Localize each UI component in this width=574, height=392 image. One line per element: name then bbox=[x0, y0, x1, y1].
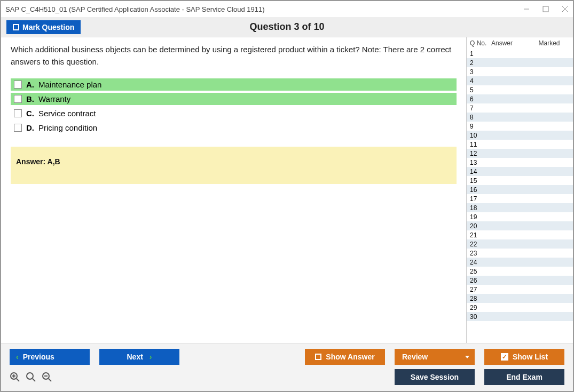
end-exam-button[interactable]: End Exam bbox=[484, 369, 564, 385]
row-number: 30 bbox=[470, 313, 491, 321]
zoom-in-icon[interactable] bbox=[10, 372, 20, 382]
list-item[interactable]: 21 bbox=[467, 230, 573, 239]
sidebar-rows[interactable]: 1234567891011121314151617181920212223242… bbox=[467, 49, 573, 343]
choice-row[interactable]: A.Maintenance plan bbox=[11, 78, 457, 91]
checkbox-icon[interactable] bbox=[14, 124, 22, 132]
list-item[interactable]: 12 bbox=[467, 149, 573, 158]
list-item[interactable]: 27 bbox=[467, 285, 573, 294]
list-item[interactable]: 13 bbox=[467, 158, 573, 167]
checkbox-icon[interactable] bbox=[14, 95, 22, 103]
checkbox-icon bbox=[315, 354, 321, 360]
close-icon[interactable] bbox=[561, 5, 569, 13]
checkbox-icon[interactable] bbox=[14, 109, 22, 117]
maximize-icon[interactable] bbox=[542, 5, 549, 13]
row-number: 5 bbox=[470, 86, 491, 94]
chevron-left-icon: ‹ bbox=[16, 353, 19, 361]
row-number: 28 bbox=[470, 295, 491, 302]
col-answer: Answer bbox=[491, 39, 529, 47]
row-number: 27 bbox=[470, 286, 491, 293]
next-label: Next bbox=[127, 353, 143, 361]
svg-rect-1 bbox=[543, 6, 548, 12]
list-item[interactable]: 10 bbox=[467, 131, 573, 140]
choice-text: Pricing condition bbox=[38, 123, 97, 132]
svg-line-11 bbox=[49, 379, 51, 381]
mark-question-button[interactable]: Mark Question bbox=[6, 20, 81, 34]
choice-row[interactable]: D.Pricing condition bbox=[11, 122, 457, 134]
list-item[interactable]: 23 bbox=[467, 249, 573, 258]
list-item[interactable]: 5 bbox=[467, 85, 573, 94]
zoom-out-icon[interactable] bbox=[42, 372, 52, 382]
list-item[interactable]: 9 bbox=[467, 122, 573, 131]
answer-label: Answer: A,B bbox=[16, 157, 60, 166]
row-number: 1 bbox=[470, 50, 491, 58]
choice-letter: A. bbox=[26, 80, 34, 89]
list-item[interactable]: 28 bbox=[467, 294, 573, 303]
list-item[interactable]: 30 bbox=[467, 312, 573, 321]
row-number: 21 bbox=[470, 231, 491, 239]
question-list-sidebar: Q No. Answer Marked 12345678910111213141… bbox=[466, 37, 573, 343]
previous-button[interactable]: ‹ Previous bbox=[10, 349, 90, 365]
list-item[interactable]: 7 bbox=[467, 103, 573, 113]
list-item[interactable]: 25 bbox=[467, 267, 573, 276]
row-number: 9 bbox=[470, 123, 491, 130]
save-session-label: Save Session bbox=[411, 373, 459, 381]
svg-line-9 bbox=[33, 379, 35, 381]
choice-text: Maintenance plan bbox=[38, 80, 101, 89]
row-number: 22 bbox=[470, 241, 491, 248]
show-list-button[interactable]: ✓ Show List bbox=[484, 349, 564, 365]
question-counter: Question 3 of 10 bbox=[249, 21, 324, 33]
list-item[interactable]: 6 bbox=[467, 94, 573, 103]
list-item[interactable]: 8 bbox=[467, 113, 573, 122]
row-number: 14 bbox=[470, 168, 491, 175]
col-marked: Marked bbox=[529, 39, 570, 47]
minimize-icon[interactable] bbox=[523, 5, 530, 13]
list-item[interactable]: 20 bbox=[467, 221, 573, 230]
list-item[interactable]: 11 bbox=[467, 140, 573, 149]
row-number: 25 bbox=[470, 268, 491, 275]
row-number: 24 bbox=[470, 259, 491, 266]
row-number: 18 bbox=[470, 204, 491, 212]
list-item[interactable]: 15 bbox=[467, 176, 573, 185]
chevron-right-icon: › bbox=[150, 353, 152, 361]
end-exam-label: End Exam bbox=[506, 373, 542, 381]
checkbox-icon bbox=[13, 24, 19, 30]
show-answer-button[interactable]: Show Answer bbox=[305, 349, 385, 365]
list-item[interactable]: 24 bbox=[467, 258, 573, 267]
choice-text: Warranty bbox=[38, 94, 70, 103]
svg-line-5 bbox=[17, 379, 19, 381]
choice-letter: B. bbox=[26, 94, 34, 103]
list-item[interactable]: 16 bbox=[467, 185, 573, 194]
row-number: 17 bbox=[470, 195, 491, 203]
save-session-button[interactable]: Save Session bbox=[395, 369, 475, 385]
col-qno: Q No. bbox=[470, 39, 491, 47]
list-item[interactable]: 4 bbox=[467, 76, 573, 85]
row-number: 12 bbox=[470, 150, 491, 157]
row-number: 16 bbox=[470, 186, 491, 194]
next-button[interactable]: Next › bbox=[99, 349, 179, 365]
window-title: SAP C_C4H510_01 (SAP Certified Applicati… bbox=[5, 5, 523, 13]
list-item[interactable]: 1 bbox=[467, 49, 573, 58]
list-item[interactable]: 26 bbox=[467, 276, 573, 285]
checkbox-icon[interactable] bbox=[14, 81, 22, 89]
answer-box: Answer: A,B bbox=[11, 147, 457, 184]
review-label: Review bbox=[402, 353, 428, 361]
list-item[interactable]: 18 bbox=[467, 203, 573, 212]
list-item[interactable]: 19 bbox=[467, 212, 573, 221]
list-item[interactable]: 3 bbox=[467, 67, 573, 76]
choice-row[interactable]: B.Warranty bbox=[11, 93, 457, 105]
choices-list: A.Maintenance planB.WarrantyC.Service co… bbox=[11, 78, 457, 134]
row-number: 3 bbox=[470, 68, 491, 76]
list-item[interactable]: 22 bbox=[467, 239, 573, 249]
choice-row[interactable]: C.Service contract bbox=[11, 107, 457, 119]
zoom-reset-icon[interactable] bbox=[26, 372, 36, 382]
list-item[interactable]: 2 bbox=[467, 58, 573, 67]
row-number: 2 bbox=[470, 59, 491, 67]
list-item[interactable]: 17 bbox=[467, 194, 573, 203]
show-answer-label: Show Answer bbox=[326, 353, 374, 361]
question-text: Which additional business objects can be… bbox=[11, 44, 457, 68]
list-item[interactable]: 29 bbox=[467, 303, 573, 312]
list-item[interactable]: 14 bbox=[467, 167, 573, 176]
row-number: 13 bbox=[470, 159, 491, 166]
row-number: 19 bbox=[470, 213, 491, 221]
review-dropdown[interactable]: Review bbox=[395, 349, 475, 365]
